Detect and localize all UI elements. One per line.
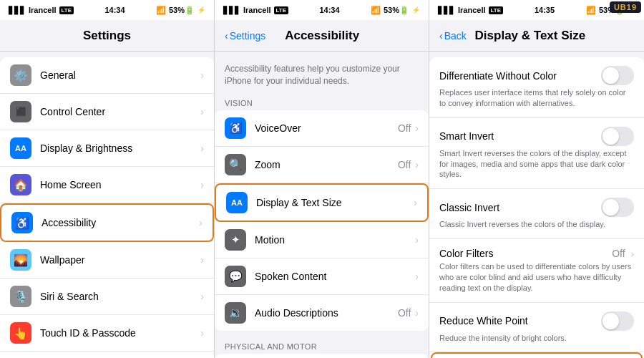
settings-item-sos[interactable]: SOS Emergency SOS ›: [0, 352, 214, 358]
general-label: General: [40, 69, 200, 81]
motor-header: PHYSICAL AND MOTOR: [215, 338, 429, 354]
dts-item-diff-color[interactable]: Differentiate Without Color Replaces use…: [429, 57, 644, 118]
acc-item-display-text[interactable]: AA Display & Text Size ›: [215, 183, 429, 222]
wifi-icon-mid: 📶: [371, 6, 381, 15]
dts-item-reduce-white[interactable]: Reduce White Point Reduce the intensity …: [429, 303, 644, 353]
back-label-right: Back: [444, 30, 467, 42]
accessibility-chevron: ›: [199, 217, 203, 228]
display-text-label: Display & Text Size: [256, 197, 414, 208]
classic-invert-label: Classic Invert: [439, 202, 499, 213]
settings-item-siri-search[interactable]: 🎙️ Siri & Search ›: [0, 279, 214, 315]
dts-item-color-filters[interactable]: Color Filters Off › Color filters can be…: [429, 239, 644, 303]
signal-icon-mid: ▋▋▋: [223, 6, 240, 14]
accessibility-scroll[interactable]: Accessibility features help you customiz…: [215, 52, 429, 358]
control-center-chevron: ›: [200, 106, 204, 117]
reduce-white-label: Reduce White Point: [439, 315, 528, 326]
settings-item-wallpaper[interactable]: 🌄 Wallpaper ›: [0, 242, 214, 279]
battery-left: 53%🔋: [169, 6, 195, 15]
left-panel: ▋▋▋ Irancell LTE 14:34 📶 53%🔋 ⚡ Settings…: [0, 0, 215, 358]
diff-color-toggle[interactable]: [601, 66, 634, 85]
status-left: ▋▋▋ Irancell LTE: [9, 6, 74, 14]
lte-badge-left: LTE: [59, 6, 74, 14]
color-filters-desc: Color filters can be used to differentia…: [439, 261, 634, 294]
classic-invert-toggle[interactable]: [601, 198, 634, 217]
status-right: 📶 53%🔋 ⚡: [156, 6, 205, 15]
siri-chevron: ›: [200, 291, 204, 302]
settings-list[interactable]: ⚙️ General › ⬛ Control Center › AA Displ…: [0, 52, 214, 358]
signal-icon: ▋▋▋: [9, 6, 26, 14]
audio-desc-label: Audio Descriptions: [255, 307, 398, 319]
classic-invert-desc: Classic Invert reverses the colors of th…: [439, 219, 634, 230]
zoom-label: Zoom: [255, 159, 398, 170]
reduce-white-toggle[interactable]: [601, 311, 634, 331]
vision-group: ♿ VoiceOver Off › 🔍 Zoom Off › AA Displa…: [215, 110, 429, 331]
smart-invert-desc: Smart Invert reverses the colors of the …: [439, 148, 634, 180]
color-filters-chevron: ›: [631, 248, 634, 259]
battery-middle: 53%🔋: [384, 6, 409, 15]
touch-id-label: Touch ID & Passcode: [40, 327, 200, 339]
audio-desc-value: Off: [398, 307, 411, 319]
siri-label: Siri & Search: [40, 291, 200, 302]
dts-item-classic-invert[interactable]: Classic Invert Classic Invert reverses t…: [429, 189, 644, 239]
audio-desc-icon: 🔉: [225, 302, 246, 324]
settings-group-1: ⚙️ General › ⬛ Control Center › AA Displ…: [0, 57, 214, 358]
home-screen-icon: 🏠: [10, 174, 31, 195]
motion-icon: ✦: [225, 229, 246, 251]
watermark: UB19: [610, 1, 641, 13]
spoken-chevron: ›: [415, 271, 419, 282]
general-icon: ⚙️: [10, 64, 31, 86]
motion-chevron: ›: [415, 234, 419, 246]
back-label-middle: Settings: [230, 30, 266, 42]
settings-item-general[interactable]: ⚙️ General ›: [0, 57, 214, 94]
accessibility-label: Accessibility: [42, 217, 199, 228]
settings-item-display-brightness[interactable]: AA Display & Brightness ›: [0, 130, 214, 167]
acc-item-audio-desc[interactable]: 🔉 Audio Descriptions Off ›: [215, 295, 429, 331]
accessibility-icon: ♿: [11, 212, 33, 233]
zoom-icon: 🔍: [225, 154, 246, 175]
home-screen-label: Home Screen: [40, 179, 200, 190]
motion-label: Motion: [255, 234, 415, 246]
settings-item-accessibility[interactable]: ♿ Accessibility ›: [0, 203, 214, 242]
smart-invert-toggle[interactable]: [601, 127, 634, 146]
status-bar-left: ▋▋▋ Irancell LTE 14:34 📶 53%🔋 ⚡: [0, 0, 214, 20]
left-nav-title: Settings: [83, 29, 131, 43]
dts-item-smart-invert[interactable]: Smart Invert Smart Invert reverses the c…: [429, 118, 644, 190]
color-filters-label: Color Filters: [439, 248, 493, 259]
back-button-right[interactable]: ‹ Back: [439, 30, 467, 42]
status-left-right: ▋▋▋ Irancell LTE: [438, 6, 503, 14]
spoken-label: Spoken Content: [255, 271, 415, 282]
middle-panel: ▋▋▋ Irancell LTE 14:34 📶 53%🔋 ⚡ ‹ Settin…: [215, 0, 429, 358]
wifi-icon: 📶: [156, 6, 166, 15]
middle-nav-title: Accessibility: [268, 29, 376, 43]
control-center-label: Control Center: [40, 106, 200, 117]
status-bar-right: ▋▋▋ Irancell LTE 14:35 📶 53%🔋 ⚡ UB19: [429, 0, 644, 20]
acc-item-voiceover[interactable]: ♿ VoiceOver Off ›: [215, 110, 429, 147]
display-text-chevron: ›: [414, 197, 417, 208]
acc-item-spoken[interactable]: 💬 Spoken Content ›: [215, 258, 429, 295]
display-text-scroll[interactable]: Differentiate Without Color Replaces use…: [429, 52, 644, 358]
zoom-chevron: ›: [415, 159, 419, 170]
lte-badge-right: LTE: [489, 6, 504, 14]
right-nav-bar: ‹ Back Display & Text Size: [429, 20, 644, 52]
acc-item-motion[interactable]: ✦ Motion ›: [215, 222, 429, 258]
left-nav-bar: Settings: [0, 20, 214, 52]
signal-icon-right: ▋▋▋: [438, 6, 455, 14]
spoken-icon: 💬: [225, 266, 246, 287]
dts-item-auto-brightness[interactable]: Auto-Brightness Turning off auto-brightn…: [431, 352, 643, 358]
smart-invert-label: Smart Invert: [439, 130, 494, 142]
carrier-middle: Irancell: [243, 6, 271, 14]
display-brightness-chevron: ›: [200, 142, 204, 154]
status-right-right: 📶 53%🔋 ⚡ UB19: [586, 6, 635, 15]
settings-item-control-center[interactable]: ⬛ Control Center ›: [0, 94, 214, 130]
status-bar-middle: ▋▋▋ Irancell LTE 14:34 📶 53%🔋 ⚡: [215, 0, 429, 20]
lightning-icon: ⚡: [197, 6, 205, 14]
lte-badge-middle: LTE: [274, 6, 289, 14]
acc-item-touch[interactable]: 👆 Touch ›: [215, 354, 429, 358]
display-brightness-icon: AA: [10, 137, 31, 159]
carrier-right: Irancell: [458, 6, 486, 14]
back-button-middle[interactable]: ‹ Settings: [225, 30, 265, 42]
settings-item-home-screen[interactable]: 🏠 Home Screen ›: [0, 167, 214, 203]
settings-item-touch-id[interactable]: 👆 Touch ID & Passcode ›: [0, 315, 214, 352]
color-filters-value: Off: [612, 248, 625, 259]
acc-item-zoom[interactable]: 🔍 Zoom Off ›: [215, 147, 429, 183]
